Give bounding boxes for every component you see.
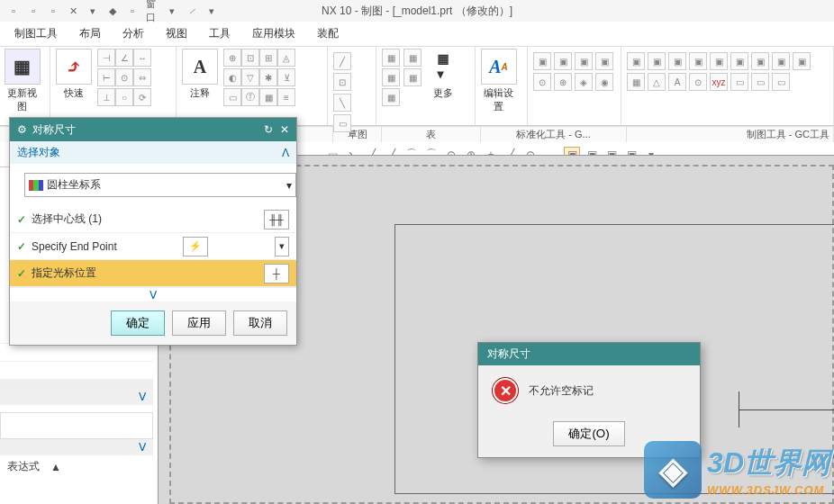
ribbon-tool-icon[interactable]: ⊙: [689, 73, 707, 91]
ribbon-tool-icon[interactable]: Ⓣ: [241, 88, 259, 106]
ribbon-tool-icon[interactable]: ▣: [668, 52, 686, 70]
ribbon-tool-icon[interactable]: ▦: [382, 68, 400, 86]
ribbon-tool-icon[interactable]: ▭: [751, 73, 769, 91]
ribbon-tool-icon[interactable]: ⊕: [223, 49, 241, 67]
ribbon-tool-icon[interactable]: ▣: [689, 52, 707, 70]
ribbon-tool-icon[interactable]: ▽: [241, 68, 259, 86]
ribbon-tool-icon[interactable]: ▦: [382, 49, 400, 67]
csys-dropdown[interactable]: 圆柱坐标系 ▾: [24, 173, 296, 197]
panel-collapse[interactable]: ᐯ: [0, 389, 153, 405]
qat-icon[interactable]: ▾: [204, 4, 219, 18]
qat-icon[interactable]: ▫: [26, 4, 41, 18]
ribbon-tool-icon[interactable]: ⊕: [554, 73, 572, 91]
ribbon-tool-icon[interactable]: ▭: [730, 73, 748, 91]
ribbon-tool-icon[interactable]: ▣: [554, 52, 572, 70]
panel-collapse[interactable]: ᐯ: [0, 439, 153, 455]
ribbon-tool-icon[interactable]: ▣: [730, 52, 748, 70]
ribbon-tool-icon[interactable]: ▣: [710, 52, 728, 70]
ribbon-tool-icon[interactable]: A: [668, 73, 686, 91]
ribbon-tool-icon[interactable]: ▣: [648, 52, 666, 70]
ribbon-tool-icon[interactable]: ⊙: [115, 68, 133, 86]
ribbon-tool-icon[interactable]: ▣: [772, 52, 790, 70]
ribbon-tool-icon[interactable]: ▦: [382, 88, 400, 106]
dialog-titlebar[interactable]: ⚙ 对称尺寸 ↻ ✕: [10, 118, 296, 141]
menu-view[interactable]: 视图: [155, 22, 198, 45]
ribbon-tool-icon[interactable]: ▣: [751, 52, 769, 70]
gear-icon[interactable]: ⚙: [17, 123, 27, 136]
ribbon-tool-icon[interactable]: ╱: [333, 52, 351, 70]
ribbon-tool-icon[interactable]: ◐: [223, 68, 241, 86]
group-gc-tools[interactable]: 制图工具 - GC工具: [627, 127, 834, 142]
annotation-icon[interactable]: A: [182, 49, 218, 85]
group-table[interactable]: 表: [382, 127, 481, 142]
dialog-section-header[interactable]: 选择对象 ᐱ: [10, 141, 296, 164]
ribbon-tool-icon[interactable]: ◉: [595, 73, 613, 91]
ribbon-tool-icon[interactable]: ▦: [403, 68, 422, 86]
ribbon-tool-icon[interactable]: ⊣: [97, 49, 115, 67]
ribbon-tool-icon[interactable]: ⊡: [333, 73, 351, 91]
scrollbar[interactable]: [0, 380, 153, 389]
cancel-button[interactable]: 取消: [233, 310, 287, 336]
menu-analysis[interactable]: 分析: [112, 22, 155, 45]
ribbon-tool-icon[interactable]: ↔: [133, 49, 151, 67]
ribbon-tool-icon[interactable]: △: [648, 73, 666, 91]
refresh-icon[interactable]: ↻: [264, 123, 273, 136]
qat-icon[interactable]: ⟋: [185, 4, 199, 18]
centerline-type-icon[interactable]: ╫╫: [264, 210, 289, 230]
ribbon-tool-icon[interactable]: ▦: [259, 88, 277, 106]
ribbon-tool-icon[interactable]: ⇔: [133, 68, 151, 86]
specify-cursor-row[interactable]: ✓ 指定光标位置 ┼: [10, 260, 296, 287]
endpoint-menu-icon[interactable]: ▾: [275, 237, 289, 256]
ribbon-tool-icon[interactable]: ⊻: [277, 68, 295, 86]
ribbon-tool-icon[interactable]: xyz: [710, 73, 728, 91]
qat-icon[interactable]: ▾: [86, 4, 100, 18]
menu-drafting-tools[interactable]: 制图工具: [4, 22, 68, 45]
menu-assembly[interactable]: 装配: [306, 22, 349, 45]
ribbon-tool-icon[interactable]: ∠: [115, 49, 133, 67]
error-ok-button[interactable]: 确定(O): [553, 421, 624, 446]
expression-row[interactable]: 表达式 ▲: [0, 455, 153, 478]
quick-icon[interactable]: ⤴: [56, 49, 92, 85]
ribbon-tool-icon[interactable]: ◈: [575, 73, 593, 91]
ribbon-tool-icon[interactable]: ⊙: [533, 73, 551, 91]
endpoint-icon[interactable]: ⚡: [183, 237, 208, 256]
ribbon-tool-icon[interactable]: ▭: [333, 114, 351, 132]
qat-icon[interactable]: ▫: [125, 4, 140, 18]
qat-icon[interactable]: ▫: [6, 4, 21, 18]
ribbon-tool-icon[interactable]: ◬: [277, 49, 295, 67]
qat-icon[interactable]: ✕: [66, 4, 80, 18]
cursor-point-icon[interactable]: ┼: [264, 264, 289, 284]
window-menu[interactable]: 窗口: [145, 4, 159, 18]
ribbon-tool-icon[interactable]: ▦: [403, 49, 422, 67]
ribbon-tool-icon[interactable]: ▣: [627, 52, 645, 70]
group-std-tools[interactable]: 标准化工具 - G...: [481, 127, 627, 142]
menu-application[interactable]: 应用模块: [241, 22, 306, 45]
select-centerline-row[interactable]: ✓ 选择中心线 (1) ╫╫: [10, 206, 296, 233]
apply-button[interactable]: 应用: [172, 310, 226, 336]
ribbon-tool-icon[interactable]: ▭: [223, 88, 241, 106]
collapse-icon[interactable]: ᐯ: [10, 287, 296, 302]
qat-icon[interactable]: ▫: [46, 4, 60, 18]
update-view-icon[interactable]: ▦: [5, 49, 41, 85]
ribbon-tool-icon[interactable]: ⟳: [133, 88, 151, 106]
qat-icon[interactable]: ▾: [165, 4, 179, 18]
ribbon-tool-icon[interactable]: ⊡: [241, 49, 259, 67]
ribbon-tool-icon[interactable]: ╲: [333, 94, 351, 112]
edit-settings-icon[interactable]: AA: [481, 49, 517, 85]
qat-icon[interactable]: ◆: [105, 4, 120, 18]
ribbon-tool-icon[interactable]: ⊞: [259, 49, 277, 67]
ribbon-tool-icon[interactable]: ≡: [277, 88, 295, 106]
ribbon-tool-icon[interactable]: ⊢: [97, 68, 115, 86]
menu-layout[interactable]: 布局: [68, 22, 112, 45]
ribbon-tool-icon[interactable]: ○: [115, 88, 133, 106]
ribbon-tool-icon[interactable]: ▣: [595, 52, 613, 70]
specify-endpoint-row[interactable]: ✓ Specify End Point ⚡ ▾: [10, 233, 296, 260]
list-item[interactable]: [0, 344, 153, 362]
ribbon-tool-icon[interactable]: ▣: [793, 52, 811, 70]
sort-icon[interactable]: ▲: [50, 461, 61, 473]
ribbon-tool-icon[interactable]: ▣: [575, 52, 593, 70]
ribbon-tool-icon[interactable]: ▦: [627, 73, 645, 91]
menu-tools[interactable]: 工具: [198, 22, 241, 45]
ribbon-tool-icon[interactable]: ⊥: [97, 88, 115, 106]
close-icon[interactable]: ✕: [280, 123, 289, 136]
